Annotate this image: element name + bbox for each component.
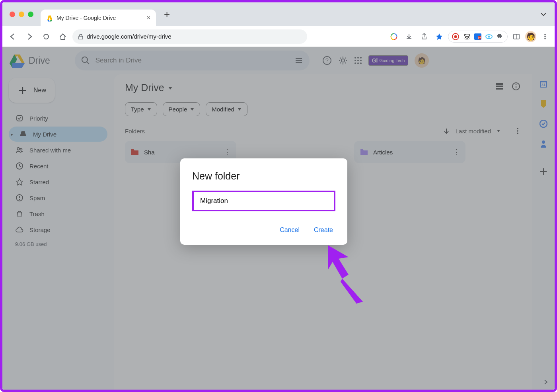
- bookmark-icon[interactable]: [433, 30, 446, 43]
- svg-marker-1: [47, 20, 50, 21]
- svg-point-18: [544, 34, 546, 35]
- back-button[interactable]: [6, 29, 20, 44]
- forward-button[interactable]: [22, 29, 37, 44]
- cancel-button[interactable]: Cancel: [277, 224, 302, 236]
- browser-menu-icon[interactable]: [539, 30, 551, 43]
- extension-puzzle-icon[interactable]: [495, 32, 505, 41]
- profile-avatar[interactable]: 🧑: [525, 31, 536, 42]
- browser-toolbar: drive.google.com/drive/my-drive 🐼 9+ 🧑: [2, 26, 555, 47]
- extension-icon-1[interactable]: [451, 32, 460, 41]
- new-folder-dialog: New folder Cancel Create: [180, 158, 347, 245]
- svg-marker-75: [341, 279, 363, 304]
- tab-title: My Drive - Google Drive: [56, 15, 116, 21]
- drive-favicon: [46, 14, 53, 21]
- create-button[interactable]: Create: [312, 224, 335, 236]
- folder-name-input[interactable]: [192, 191, 335, 211]
- dialog-title: New folder: [192, 170, 335, 182]
- lock-icon: [78, 34, 84, 39]
- svg-marker-0: [47, 16, 52, 20]
- new-tab-button[interactable]: +: [164, 8, 170, 21]
- extension-icon-3[interactable]: 9+: [473, 32, 483, 41]
- svg-rect-16: [514, 34, 519, 39]
- address-bar[interactable]: drive.google.com/drive/my-drive: [72, 29, 307, 44]
- download-icon[interactable]: [403, 30, 415, 43]
- home-button[interactable]: [56, 29, 70, 44]
- reload-button[interactable]: [39, 29, 53, 44]
- browser-tab-strip: My Drive - Google Drive × +: [2, 2, 555, 26]
- maximize-window-icon[interactable]: [28, 12, 33, 17]
- extension-icon-2[interactable]: 🐼: [462, 32, 471, 41]
- minimize-window-icon[interactable]: [19, 12, 24, 17]
- svg-point-10: [454, 35, 457, 38]
- extensions-group: 🐼 9+: [448, 31, 508, 43]
- extension-icon-4[interactable]: [484, 32, 494, 41]
- side-panel-icon[interactable]: [510, 30, 523, 43]
- tab-close-icon[interactable]: ×: [147, 14, 150, 21]
- share-icon[interactable]: [418, 30, 430, 43]
- svg-point-19: [544, 36, 546, 37]
- url-text: drive.google.com/drive/my-drive: [87, 33, 171, 40]
- svg-marker-74: [328, 245, 349, 279]
- svg-marker-2: [50, 20, 52, 21]
- svg-point-15: [488, 35, 490, 37]
- annotation-arrow: [325, 242, 368, 306]
- svg-rect-3: [79, 36, 83, 39]
- svg-point-20: [544, 38, 546, 39]
- svg-marker-8: [436, 33, 442, 40]
- google-icon[interactable]: [388, 30, 400, 43]
- tabs-dropdown-icon[interactable]: [540, 11, 547, 18]
- close-window-icon[interactable]: [10, 12, 15, 17]
- window-controls: [2, 12, 41, 17]
- browser-tab[interactable]: My Drive - Google Drive ×: [41, 10, 156, 26]
- svg-text:9+: 9+: [478, 36, 481, 39]
